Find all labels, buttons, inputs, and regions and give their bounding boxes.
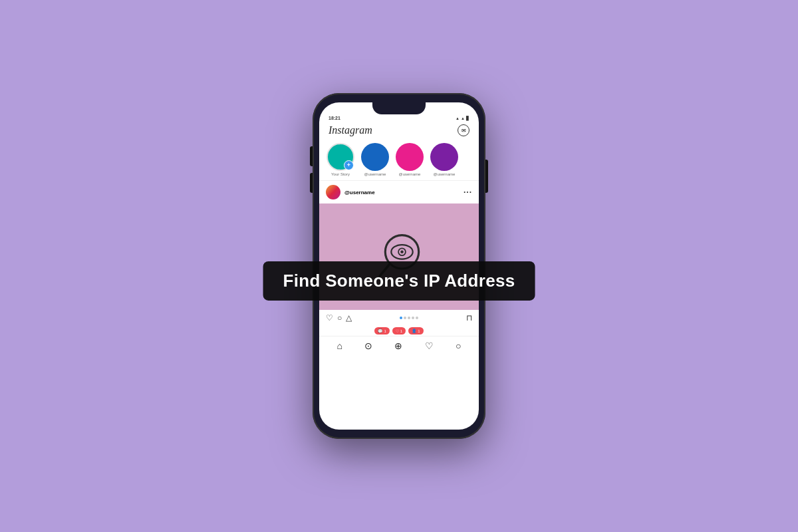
like-badge: ♡ 1 (392, 327, 406, 334)
story-circle-pink (396, 143, 424, 171)
comment-badge: 💬 1 (374, 327, 389, 334)
follow-badge: 👤 1 (408, 327, 423, 334)
svg-point-3 (400, 251, 404, 254)
story-item-your-story[interactable]: Your Story (326, 143, 355, 176)
story-circle-blue (361, 143, 389, 171)
like-badge-count: 1 (400, 329, 402, 333)
post-username: @username (344, 190, 460, 196)
scene: 18:21 ▲ ▲ ▊ Instagram ✉ Your Story (313, 93, 485, 439)
follow-badge-count: 1 (418, 329, 420, 333)
post-actions: ♡ ○ △ ⊓ (319, 310, 479, 326)
comment-icon[interactable]: ○ (337, 313, 342, 323)
status-time: 18:21 (329, 116, 340, 120)
status-icons: ▲ ▲ ▊ (456, 116, 469, 120)
story-item-3[interactable]: @username (430, 143, 459, 176)
post-avatar (326, 185, 340, 200)
story-circle-your-story (327, 143, 354, 171)
dot-4 (412, 317, 414, 319)
battery-icon: ▊ (466, 116, 469, 120)
signal-icon: ▲ (456, 116, 460, 120)
comment-badge-icon: 💬 (378, 329, 382, 333)
bottom-nav: ⌂ ⊙ ⊕ ♡ ○ (319, 336, 479, 355)
dot-3 (408, 317, 410, 319)
dot-1 (400, 317, 402, 319)
post-more-icon[interactable]: ··· (464, 188, 472, 197)
bookmark-icon[interactable]: ⊓ (466, 313, 472, 323)
nav-search-icon[interactable]: ⊙ (364, 340, 372, 351)
carousel-dots (356, 317, 462, 319)
stories-row: Your Story @username @username @username (319, 139, 479, 181)
phone-notch (372, 102, 426, 114)
nav-profile-icon[interactable]: ○ (456, 340, 461, 351)
instagram-logo: Instagram (329, 124, 372, 136)
story-item-2[interactable]: @username (395, 143, 424, 176)
story-label-1: @username (364, 172, 386, 176)
wifi-icon: ▲ (461, 116, 465, 120)
story-label-2: @username (399, 172, 421, 176)
post-header: @username ··· (319, 181, 479, 203)
like-badge-icon: ♡ (396, 329, 399, 333)
dot-2 (404, 317, 406, 319)
follow-badge-icon: 👤 (412, 329, 416, 333)
story-item-1[interactable]: @username (360, 143, 390, 176)
notification-row: 💬 1 ♡ 1 👤 1 (319, 326, 479, 336)
nav-like-icon[interactable]: ♡ (425, 340, 434, 351)
title-text: Find Someone's IP Address (283, 271, 515, 291)
story-label-3: @username (434, 172, 456, 176)
nav-add-icon[interactable]: ⊕ (394, 340, 402, 351)
title-overlay: Find Someone's IP Address (263, 261, 535, 301)
feed-post: @username ··· (319, 181, 479, 430)
nav-home-icon[interactable]: ⌂ (337, 340, 342, 351)
like-icon[interactable]: ♡ (326, 313, 333, 323)
messenger-icon[interactable]: ✉ (458, 124, 469, 136)
story-circle-purple (430, 143, 458, 171)
dot-5 (416, 317, 418, 319)
story-label-your-story: Your Story (331, 172, 350, 176)
share-icon[interactable]: △ (346, 313, 352, 323)
comment-badge-count: 1 (384, 329, 386, 333)
instagram-header: Instagram ✉ (319, 122, 479, 139)
